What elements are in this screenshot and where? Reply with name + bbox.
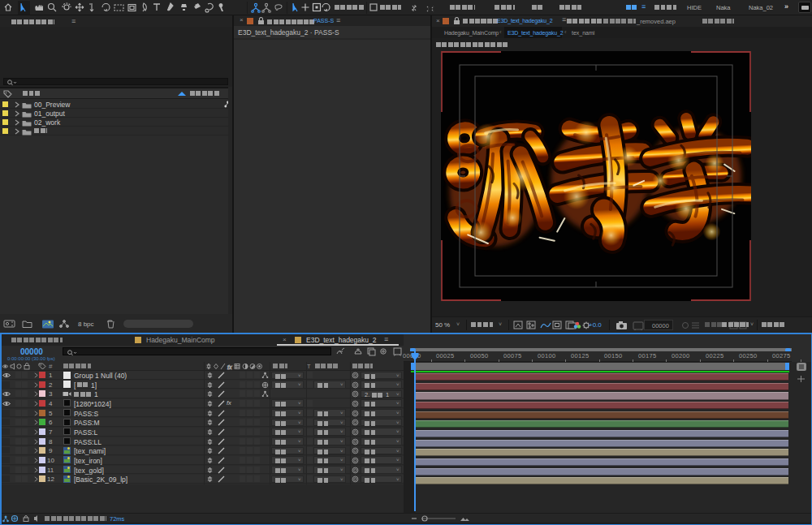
- svg-text:fx: fx: [227, 364, 232, 370]
- svg-text:8 bpc: 8 bpc: [78, 321, 94, 328]
